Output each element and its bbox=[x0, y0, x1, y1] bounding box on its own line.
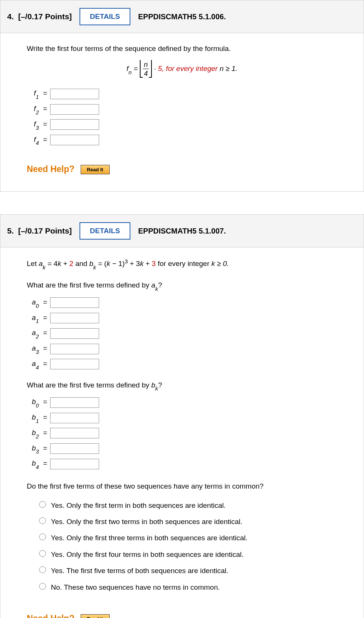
read-it-button[interactable]: Read It bbox=[81, 165, 110, 174]
question-body: Write the first four terms of the sequen… bbox=[0, 33, 364, 191]
term-row: a2 = bbox=[27, 327, 337, 340]
mc-question: Do the first five terms of these two seq… bbox=[27, 481, 337, 492]
question-5: 5. [–/0.17 Points] DETAILS EPPDISCMATH5 … bbox=[0, 214, 364, 618]
term-label: f2 = bbox=[27, 103, 50, 115]
term-label: b4 = bbox=[27, 458, 50, 470]
a3-input[interactable] bbox=[50, 344, 99, 354]
term-row: f4 = bbox=[27, 134, 337, 146]
let-statement: Let ak = 4k + 2 and bk = (k − 1)3 + 3k +… bbox=[27, 257, 337, 271]
term-row: b1 = bbox=[27, 412, 337, 424]
term-label: a0 = bbox=[27, 297, 50, 309]
mc-option-4[interactable]: Yes. The first five terms of both sequen… bbox=[27, 563, 337, 579]
term-row: a1 = bbox=[27, 312, 337, 324]
term-label: f3 = bbox=[27, 118, 50, 131]
term-inputs: f1 = f2 = f3 = f4 = bbox=[27, 88, 337, 146]
b3-input[interactable] bbox=[50, 443, 99, 454]
question-reference: EPPDISCMATH5 5.1.007. bbox=[138, 227, 226, 235]
mc-option-1[interactable]: Yes. Only the first two terms in both se… bbox=[27, 513, 337, 530]
term-label: b1 = bbox=[27, 412, 50, 424]
need-help-row: Need Help? Read It bbox=[27, 163, 337, 176]
mc-radio[interactable] bbox=[39, 583, 46, 590]
a1-input[interactable] bbox=[50, 313, 99, 323]
term-row: b2 = bbox=[27, 427, 337, 440]
read-it-button[interactable]: Read It bbox=[81, 614, 110, 618]
b-term-inputs: b0 = b1 = b2 = b3 = b4 = bbox=[27, 396, 337, 470]
mc-radio[interactable] bbox=[39, 533, 46, 540]
need-help-row: Need Help? Read It bbox=[27, 612, 337, 618]
details-button[interactable]: DETAILS bbox=[80, 8, 131, 25]
term-label: f1 = bbox=[27, 88, 50, 100]
term-label: a4 = bbox=[27, 358, 50, 370]
f4-input[interactable] bbox=[50, 135, 99, 145]
term-label: a2 = bbox=[27, 327, 50, 340]
term-label: b2 = bbox=[27, 427, 50, 440]
term-row: f2 = bbox=[27, 103, 337, 115]
question-header: 4. [–/0.17 Points] DETAILS EPPDISCMATH5 … bbox=[0, 0, 364, 33]
a2-input[interactable] bbox=[50, 328, 99, 339]
mc-option-label: Yes. Only the first four terms in both s… bbox=[51, 549, 244, 560]
need-help-label: Need Help? bbox=[27, 612, 75, 618]
question-header: 5. [–/0.17 Points] DETAILS EPPDISCMATH5 … bbox=[0, 215, 364, 248]
mc-option-0[interactable]: Yes. Only the first term in both sequenc… bbox=[27, 497, 337, 513]
term-row: b3 = bbox=[27, 443, 337, 455]
a4-input[interactable] bbox=[50, 359, 99, 369]
b4-input[interactable] bbox=[50, 459, 99, 469]
term-label: b3 = bbox=[27, 443, 50, 455]
b0-input[interactable] bbox=[50, 397, 99, 408]
mc-option-2[interactable]: Yes. Only the first three terms in both … bbox=[27, 530, 337, 546]
term-row: b4 = bbox=[27, 458, 337, 470]
mc-radio[interactable] bbox=[39, 566, 46, 573]
term-row: a3 = bbox=[27, 343, 337, 355]
term-row: a4 = bbox=[27, 358, 337, 370]
term-row: b0 = bbox=[27, 396, 337, 409]
mc-options: Yes. Only the first term in both sequenc… bbox=[27, 497, 337, 596]
mc-option-label: Yes. The first five terms of both sequen… bbox=[51, 565, 228, 576]
need-help-label: Need Help? bbox=[27, 163, 75, 176]
question-number: 5. [–/0.17 Points] bbox=[7, 226, 72, 235]
prompt-text: Write the first four terms of the sequen… bbox=[27, 43, 337, 54]
question-4: 4. [–/0.17 Points] DETAILS EPPDISCMATH5 … bbox=[0, 0, 364, 192]
term-label: a3 = bbox=[27, 343, 50, 355]
term-label: f4 = bbox=[27, 134, 50, 146]
f1-input[interactable] bbox=[50, 89, 99, 99]
mc-option-label: Yes. Only the first three terms in both … bbox=[51, 532, 248, 543]
a0-input[interactable] bbox=[50, 297, 99, 308]
question-reference: EPPDISCMATH5 5.1.006. bbox=[138, 12, 226, 21]
mc-option-label: Yes. Only the first term in both sequenc… bbox=[51, 500, 226, 511]
mc-radio[interactable] bbox=[39, 550, 46, 557]
term-row: f1 = bbox=[27, 88, 337, 100]
b1-input[interactable] bbox=[50, 413, 99, 423]
question-number: 4. [–/0.17 Points] bbox=[7, 12, 72, 21]
details-button[interactable]: DETAILS bbox=[80, 222, 131, 240]
term-label: a1 = bbox=[27, 312, 50, 324]
b-section-label: What are the first five terms defined by… bbox=[27, 380, 337, 392]
f2-input[interactable] bbox=[50, 104, 99, 115]
mc-option-5[interactable]: No. These two sequences have no terms in… bbox=[27, 579, 337, 595]
formula: fn = n4 · 5, for every integer n ≥ 1. bbox=[27, 60, 337, 78]
term-row: f3 = bbox=[27, 118, 337, 131]
question-body: Let ak = 4k + 2 and bk = (k − 1)3 + 3k +… bbox=[0, 248, 364, 618]
a-term-inputs: a0 = a1 = a2 = a3 = a4 = bbox=[27, 297, 337, 370]
mc-radio[interactable] bbox=[39, 517, 46, 524]
a-section-label: What are the first five terms defined by… bbox=[27, 280, 337, 292]
term-label: b0 = bbox=[27, 396, 50, 409]
mc-radio[interactable] bbox=[39, 501, 46, 508]
f3-input[interactable] bbox=[50, 119, 99, 130]
term-row: a0 = bbox=[27, 297, 337, 309]
mc-option-label: Yes. Only the first two terms in both se… bbox=[51, 516, 242, 527]
mc-option-label: No. These two sequences have no terms in… bbox=[51, 582, 220, 593]
mc-option-3[interactable]: Yes. Only the first four terms in both s… bbox=[27, 546, 337, 563]
b2-input[interactable] bbox=[50, 428, 99, 438]
